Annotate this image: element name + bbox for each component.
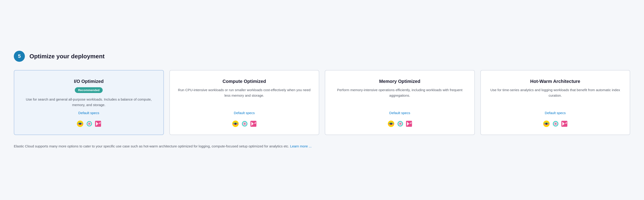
svg-point-23 — [400, 123, 401, 124]
svg-point-1 — [79, 123, 81, 125]
card-compute-specs-link[interactable]: Default specs — [234, 111, 255, 115]
apm-icon-3 — [397, 120, 404, 127]
card-io-icons — [77, 120, 101, 127]
step-header: 5 Optimize your deployment — [14, 51, 630, 62]
card-compute-optimized[interactable]: Compute Optimized Run CPU-intensive work… — [170, 70, 320, 135]
card-memory-title: Memory Optimized — [379, 79, 420, 84]
elasticsearch-icon — [77, 120, 84, 127]
svg-point-5 — [89, 123, 90, 124]
card-io-title: I/O Optimized — [74, 79, 104, 84]
step-title: Optimize your deployment — [30, 53, 105, 60]
card-compute-title: Compute Optimized — [222, 79, 266, 84]
elasticsearch-icon-3 — [388, 120, 394, 127]
step-container: 5 Optimize your deployment I/O Optimized… — [14, 51, 630, 149]
card-compute-description: Run CPU-intensive workloads or run small… — [177, 87, 312, 108]
card-memory-specs-link[interactable]: Default specs — [389, 111, 410, 115]
svg-point-28 — [546, 123, 547, 125]
recommended-badge: Recommended — [75, 87, 103, 93]
svg-point-32 — [555, 123, 556, 124]
card-compute-icons — [232, 120, 256, 127]
card-io-description: Use for search and general all-purpose w… — [22, 97, 156, 108]
kibana-icon-4 — [561, 121, 567, 127]
card-hotwarm-icons — [543, 120, 567, 127]
elasticsearch-icon-4 — [543, 120, 550, 127]
elasticsearch-icon-2 — [232, 120, 239, 127]
kibana-icon-2 — [250, 121, 256, 127]
learn-more-link[interactable]: Learn more ... — [290, 144, 312, 148]
apm-icon-2 — [241, 120, 248, 127]
apm-icon-4 — [552, 120, 559, 127]
card-io-specs-link[interactable]: Default specs — [78, 111, 99, 115]
svg-point-10 — [234, 123, 236, 125]
card-hot-warm[interactable]: Hot-Warm Architecture Use for time-serie… — [480, 70, 630, 135]
footer-text-content: Elastic Cloud supports many more options… — [14, 144, 289, 148]
card-hotwarm-description: Use for time-series analytics and loggin… — [488, 87, 622, 108]
card-memory-icons — [388, 120, 412, 127]
step-number: 5 — [14, 51, 25, 62]
card-io-optimized[interactable]: I/O Optimized Recommended Use for search… — [14, 70, 164, 135]
apm-icon — [86, 120, 93, 127]
card-hotwarm-title: Hot-Warm Architecture — [530, 79, 580, 84]
kibana-icon — [95, 121, 101, 127]
deployment-cards-row: I/O Optimized Recommended Use for search… — [14, 70, 630, 135]
footer-description: Elastic Cloud supports many more options… — [14, 143, 630, 149]
card-hotwarm-specs-link[interactable]: Default specs — [545, 111, 566, 115]
svg-point-14 — [244, 123, 245, 124]
card-memory-description: Perform memory-intensive operations effi… — [332, 87, 467, 108]
kibana-icon-3 — [406, 121, 412, 127]
card-memory-optimized[interactable]: Memory Optimized Perform memory-intensiv… — [325, 70, 475, 135]
svg-point-19 — [390, 123, 392, 125]
